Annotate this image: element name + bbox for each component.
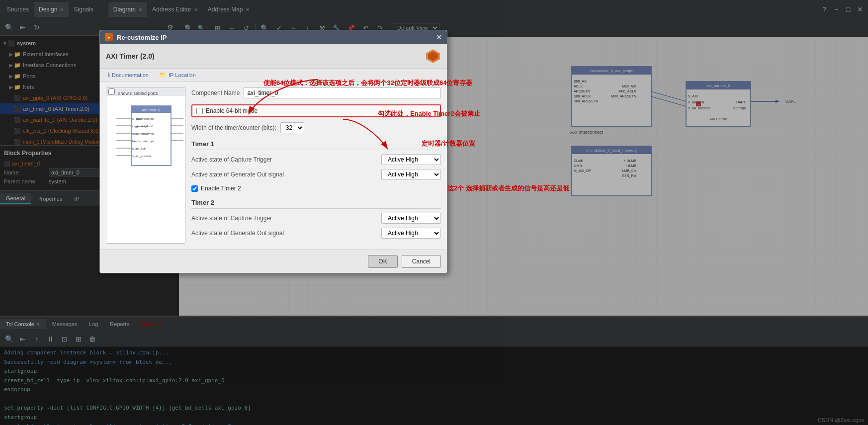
timer2-capture-label: Active state of Capture Trigger (191, 215, 381, 222)
dialog-nav: ℹ Documentation 📁 IP Location (100, 69, 447, 82)
nav-doc-label: Documentation (112, 72, 149, 78)
timer2-capture-select[interactable]: Active High Active Low (381, 213, 441, 224)
timer-width-label: Width of the timer/counter (bits): (191, 124, 276, 131)
timer1-capture-label: Active state of Capture Trigger (191, 156, 381, 163)
recustomize-dialog: ▸ Re-customize IP ✕ AXI Timer (2.0) ℹ Do… (99, 30, 447, 273)
comp-name-input[interactable] (244, 87, 441, 98)
dialog-icon: ▸ (105, 33, 113, 41)
svg-text:s_axi_aclk: s_axi_aclk (132, 147, 147, 150)
svg-text:s_axi_aresetn: s_axi_aresetn (132, 155, 151, 158)
timer1-generate-select[interactable]: Active High Active Low (381, 169, 441, 180)
timer1-section: Timer 1 Active state of Capture Trigger … (191, 140, 441, 180)
enable-64bit-label[interactable]: Enable 64-bit mode (206, 107, 258, 114)
dialog-body: Show disabled ports axi_timer_0 S_AXI ca… (100, 82, 447, 250)
svg-text:generateout0: generateout0 (136, 117, 154, 120)
dialog-titlebar: ▸ Re-customize IP ✕ (100, 30, 447, 44)
cancel-button[interactable]: Cancel (402, 255, 441, 268)
timer2-section: Timer 2 Active state of Capture Trigger … (191, 199, 441, 239)
dialog-footer: OK Cancel (100, 250, 447, 273)
show-disabled-text: Show disabled ports (118, 91, 158, 96)
dialog-close-btn[interactable]: ✕ (436, 33, 442, 41)
svg-text:axi_timer_0: axi_timer_0 (142, 108, 160, 112)
timer-width-row: Width of the timer/counter (bits): 32 16… (191, 122, 441, 133)
xilinx-logo (425, 48, 441, 64)
timer2-generate-select[interactable]: Active High Active Low (381, 228, 441, 239)
enable-64bit-row: Enable 64-bit mode (191, 104, 441, 117)
comp-name-label: Component Name (191, 89, 240, 96)
component-preview: Show disabled ports axi_timer_0 S_AXI ca… (106, 87, 185, 244)
timer-width-select[interactable]: 32 16 8 (280, 122, 304, 133)
timer2-generate-label: Active state of Generate Out signal (191, 230, 381, 237)
enable-timer2-label[interactable]: Enable Timer 2 (201, 185, 241, 192)
component-name-row: Component Name (191, 87, 441, 98)
svg-text:generateout1: generateout1 (136, 125, 154, 128)
enable-64bit-checkbox[interactable] (196, 108, 203, 114)
ok-button[interactable]: OK (368, 255, 397, 268)
timer1-generate-label: Active state of Generate Out signal (191, 171, 381, 178)
enable-timer2-checkbox[interactable] (191, 185, 198, 192)
timer2-generate-row: Active state of Generate Out signal Acti… (191, 228, 441, 239)
component-svg: axi_timer_0 S_AXI capturetrig0 capturetr… (106, 96, 185, 205)
svg-text:interrupt: interrupt (143, 140, 154, 143)
dialog-config: Component Name Enable 64-bit mode Width … (191, 87, 441, 244)
timer1-generate-row: Active state of Generate Out signal Acti… (191, 169, 441, 180)
timer2-title: Timer 2 (191, 199, 441, 209)
show-disabled-checkbox[interactable] (108, 88, 115, 95)
svg-text:pwm0: pwm0 (146, 132, 154, 135)
show-disabled-label[interactable]: Show disabled ports (108, 88, 158, 96)
svg-text:freeze: freeze (132, 140, 141, 143)
nav-documentation[interactable]: ℹ Documentation (104, 71, 153, 79)
enable-timer2-row: Enable Timer 2 (191, 185, 441, 192)
timer1-capture-row: Active state of Capture Trigger Active H… (191, 154, 441, 165)
nav-ip-location[interactable]: 📁 IP Location (156, 71, 200, 79)
dialog-title-text: Re-customize IP (117, 34, 167, 41)
timer1-capture-select[interactable]: Active High Active Low (381, 154, 441, 165)
timer1-title: Timer 1 (191, 140, 441, 150)
timer2-capture-row: Active state of Capture Trigger Active H… (191, 213, 441, 224)
component-title: AXI Timer (2.0) (106, 52, 155, 60)
nav-ip-label: IP Location (169, 72, 196, 78)
dialog-header: AXI Timer (2.0) (100, 44, 447, 69)
